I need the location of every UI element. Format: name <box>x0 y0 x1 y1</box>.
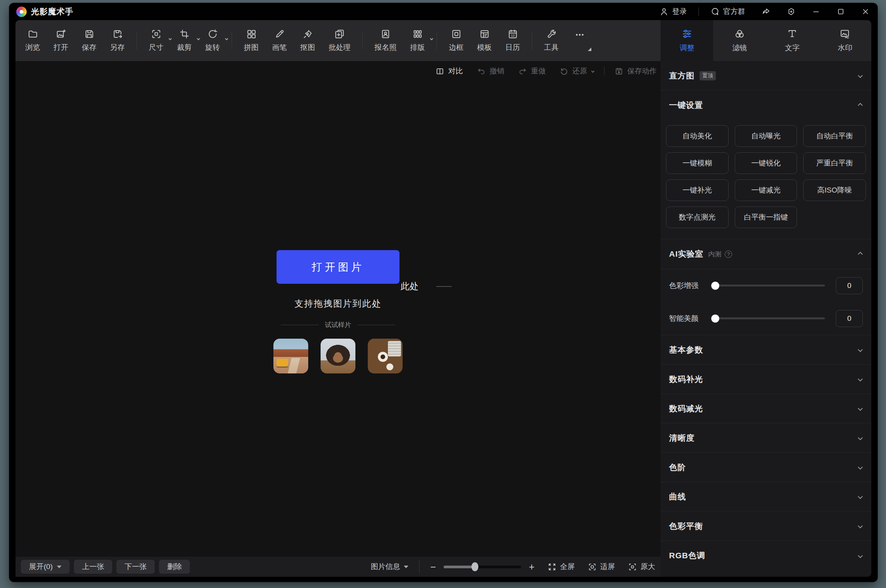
toolbar-collage[interactable]: 拼图 <box>237 29 265 53</box>
minimize-button[interactable] <box>812 7 820 16</box>
share-icon <box>761 7 771 16</box>
section-color-balance[interactable]: 色彩平衡 <box>661 511 871 541</box>
toolbar-rotate-label: 旋转 <box>205 43 220 53</box>
one-click-fill-light-button[interactable]: 一键补光 <box>666 179 729 201</box>
smart-beauty-slider-knob[interactable] <box>711 314 719 322</box>
toolbar-resize[interactable]: 尺寸 <box>142 29 170 53</box>
tab-adjust[interactable]: 调整 <box>661 20 713 61</box>
toolbar-template[interactable]: 模板 <box>470 29 498 53</box>
chevron-down-icon <box>858 73 863 78</box>
toolbar-crop[interactable]: 裁剪 <box>170 29 198 53</box>
toolbar-tools[interactable]: 工具 <box>537 29 565 53</box>
toolbar-calendar[interactable]: 12 日历 <box>498 29 527 53</box>
toolbar-rotate[interactable]: 旋转 <box>198 29 227 53</box>
redo-icon <box>518 67 527 76</box>
toolbar-more[interactable] <box>565 29 594 52</box>
sliders-icon <box>681 28 693 39</box>
section-digital-dim-light[interactable]: 数码减光 <box>661 394 871 423</box>
sample-thumb-smiling-woman[interactable] <box>321 339 355 373</box>
tab-text[interactable]: 文字 <box>766 20 819 61</box>
one-click-sharpen-button[interactable]: 一键锐化 <box>735 152 797 174</box>
desktop: 光影魔术手 登录 官方群 <box>0 0 886 588</box>
prev-image-button[interactable]: 上一张 <box>74 560 112 574</box>
chevron-down-icon[interactable] <box>225 34 228 41</box>
zoom-slider-knob[interactable] <box>471 562 478 571</box>
zoom-out-button[interactable]: − <box>430 562 436 572</box>
toolbar-browse[interactable]: 浏览 <box>19 29 47 53</box>
section-clarity[interactable]: 清晰度 <box>661 423 871 453</box>
auto-beautify-button[interactable]: 自动美化 <box>666 125 729 147</box>
color-enhance-value[interactable]: 0 <box>836 277 863 294</box>
smart-beauty-slider[interactable] <box>712 317 825 319</box>
undo-button[interactable]: 撤销 <box>477 66 504 76</box>
section-ai-lab[interactable]: AI实验室 内测 ? <box>661 239 871 269</box>
chevron-up-icon <box>858 103 863 108</box>
sample-thumb-desert-road-bus[interactable] <box>273 339 308 373</box>
sample-thumb-desk-flatlay[interactable] <box>368 339 403 373</box>
chevron-up-icon <box>858 252 863 257</box>
section-basic-params[interactable]: 基本参数 <box>661 335 871 365</box>
restore-button[interactable]: 还原 <box>560 66 594 76</box>
zoom-in-button[interactable]: + <box>529 562 534 572</box>
official-group-button[interactable]: 官方群 <box>710 7 745 17</box>
image-info-button[interactable]: 图片信息 <box>371 562 408 572</box>
toolbar-save[interactable]: 保存 <box>75 29 103 53</box>
one-click-dim-light-button[interactable]: 一键减光 <box>735 179 797 201</box>
toolbar-browse-label: 浏览 <box>26 43 40 53</box>
section-rgb-tone[interactable]: RGB色调 <box>661 541 871 570</box>
toolbar-open[interactable]: 打开 <box>47 29 75 53</box>
save-action-button[interactable]: 保存动作 <box>615 66 657 76</box>
fullscreen-button[interactable]: 全屏 <box>548 562 575 572</box>
tab-filter[interactable]: 滤镜 <box>713 20 766 61</box>
toolbar-id-photo[interactable]: 报名照 <box>368 29 403 53</box>
digital-spot-metering-button[interactable]: 数字点测光 <box>666 206 729 228</box>
compare-button[interactable]: 对比 <box>435 66 463 76</box>
share-button[interactable] <box>761 7 771 16</box>
chevron-down-icon[interactable] <box>430 34 433 41</box>
zoom-slider[interactable] <box>444 566 521 568</box>
help-icon[interactable]: ? <box>725 251 732 258</box>
smart-beauty-value[interactable]: 0 <box>836 310 863 327</box>
app-logo-icon <box>16 7 27 17</box>
toolbar-border[interactable]: 边框 <box>442 29 470 53</box>
toolbar-batch[interactable]: 批处理 <box>322 29 357 53</box>
color-enhance-slider[interactable] <box>712 285 825 286</box>
toolbar-brush[interactable]: 画笔 <box>265 29 294 53</box>
toolbar-cutout[interactable]: 抠图 <box>294 29 322 53</box>
redo-button[interactable]: 重做 <box>518 66 546 76</box>
section-digital-fill-light[interactable]: 数码补光 <box>661 365 871 394</box>
section-one-click-settings[interactable]: 一键设置 <box>661 90 871 120</box>
toolbar-resize-label: 尺寸 <box>149 43 164 53</box>
high-iso-denoise-button[interactable]: 高ISO降噪 <box>803 179 866 201</box>
settings-button[interactable] <box>787 7 796 16</box>
toolbar: 浏览 打开 保存 另存 尺寸 <box>15 20 661 61</box>
expand-button[interactable]: 展开(0) <box>21 560 70 574</box>
color-enhance-slider-knob[interactable] <box>711 281 719 290</box>
auto-exposure-button[interactable]: 自动曝光 <box>735 125 797 147</box>
open-image-button[interactable]: 打开图片 <box>277 250 399 284</box>
one-click-blur-button[interactable]: 一键模糊 <box>666 152 729 174</box>
section-histogram[interactable]: 直方图 置顶 <box>661 61 871 90</box>
auto-white-balance-button[interactable]: 自动白平衡 <box>803 125 866 147</box>
severe-white-balance-button[interactable]: 严重白平衡 <box>803 152 866 174</box>
login-button[interactable]: 登录 <box>659 7 687 17</box>
toolbar-save-as-label: 另存 <box>110 43 125 53</box>
section-levels[interactable]: 色阶 <box>661 453 871 482</box>
maximize-button[interactable] <box>836 7 845 16</box>
original-size-button[interactable]: 原大 <box>628 562 655 572</box>
chevron-down-icon <box>858 347 863 352</box>
tab-watermark[interactable]: 水印 <box>819 20 871 61</box>
resize-icon <box>151 29 162 39</box>
white-balance-one-key-button[interactable]: 白平衡一指键 <box>735 206 797 228</box>
chevron-down-icon <box>858 553 863 558</box>
toolbar-layout[interactable]: 排版 <box>403 29 432 53</box>
toolbar-save-as[interactable]: 另存 <box>103 29 131 53</box>
close-button[interactable] <box>861 7 870 16</box>
panel-tabs: 调整 滤镜 文字 水印 <box>661 20 871 61</box>
toolbar-divider <box>232 32 232 49</box>
delete-button[interactable]: 删除 <box>159 560 190 574</box>
id-photo-icon <box>380 29 391 39</box>
section-curves[interactable]: 曲线 <box>661 482 871 511</box>
next-image-button[interactable]: 下一张 <box>116 560 155 574</box>
fit-screen-button[interactable]: 适屏 <box>588 562 615 572</box>
